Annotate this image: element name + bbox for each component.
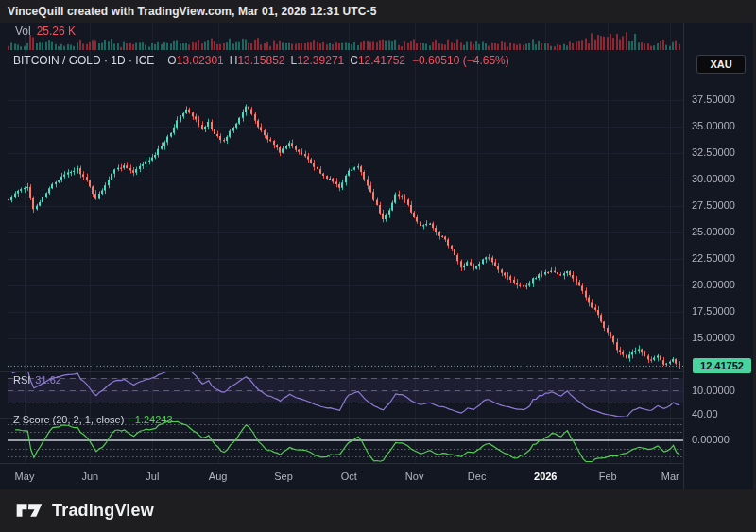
zscore-legend[interactable]: Z Score (20, 2, 1, close)−1.24243 (13, 414, 173, 425)
price-axis-tick: 30.00000 (692, 173, 735, 184)
price-axis-tick: 17.50000 (692, 305, 735, 317)
time-axis-label: May (15, 471, 35, 482)
price-axis-tick: 15.00000 (692, 332, 735, 343)
volume-label: Vol (15, 25, 31, 38)
time-axis-label: Dec (468, 471, 487, 482)
zscore-label: Z Score (20, 2, 1, close) (13, 414, 124, 425)
price-axis-tick: 27.50000 (692, 199, 735, 211)
price-axis-tick: 35.00000 (692, 120, 735, 131)
volume-value: 25.26 K (37, 25, 76, 38)
zscore-axis-tick: 0.00000 (692, 434, 730, 445)
last-price-badge[interactable]: 12.41752 (693, 358, 751, 373)
low-value: 12.39271 (297, 54, 344, 67)
time-axis-label: Jun (81, 471, 98, 482)
symbol-title[interactable]: BITCOIN / GOLD · 1D · ICE (13, 54, 154, 67)
open-label: O (167, 54, 176, 67)
symbol-legend[interactable]: BITCOIN / GOLD · 1D · ICEO13.02301H13.15… (13, 54, 509, 67)
time-axis-label: 2026 (534, 471, 557, 482)
rsi-value: 31.62 (35, 374, 61, 386)
tradingview-logo-text: TradingView (52, 501, 154, 521)
attribution-text: VinceQuill created with TradingView.com,… (8, 5, 376, 18)
high-value: 13.15852 (237, 54, 284, 67)
close-value: 12.41752 (358, 54, 405, 67)
time-axis-label: Feb (599, 471, 617, 482)
price-axis-tick: 20.00000 (692, 279, 735, 290)
open-value: 13.02301 (177, 54, 224, 67)
unit-badge[interactable]: XAU (696, 55, 746, 74)
volume-legend[interactable]: Vol25.26 K (15, 25, 76, 38)
time-axis[interactable]: MayJunJulAugSepOctNovDec2026FebMar (0, 463, 683, 489)
footer-bar: TradingView (0, 489, 756, 532)
rsi-legend[interactable]: RSI31.62 (13, 374, 61, 386)
price-axis[interactable]: XAU 12.41752 40.00 0.00000 37.5000035.00… (683, 23, 753, 489)
time-axis-label: Oct (341, 471, 357, 482)
chart-area: Vol25.26 K BITCOIN / GOLD · 1D · ICEO13.… (0, 23, 753, 489)
time-axis-label: Jul (146, 471, 159, 482)
time-axis-label: Aug (209, 471, 228, 482)
rsi-label: RSI (13, 374, 30, 386)
price-axis-tick: 10.00000 (692, 385, 735, 396)
change-value: −0.60510 (−4.65%) (412, 54, 509, 67)
price-axis-tick: 25.00000 (692, 226, 735, 237)
price-axis-tick: 22.50000 (692, 252, 735, 264)
attribution-bar: VinceQuill created with TradingView.com,… (0, 0, 756, 23)
time-axis-label: Nov (405, 471, 424, 482)
zscore-value: −1.24243 (129, 414, 172, 425)
price-axis-tick: 32.50000 (692, 146, 735, 158)
rsi-axis-tick: 40.00 (692, 408, 718, 420)
time-axis-label: Sep (274, 471, 293, 482)
tradingview-logo-icon (15, 499, 43, 522)
close-label: C (350, 54, 358, 67)
tradingview-screenshot: VinceQuill created with TradingView.com,… (0, 0, 756, 532)
tradingview-logo[interactable]: TradingView (15, 499, 154, 522)
time-axis-label: Mar (662, 471, 679, 482)
price-axis-tick: 37.50000 (692, 94, 735, 105)
